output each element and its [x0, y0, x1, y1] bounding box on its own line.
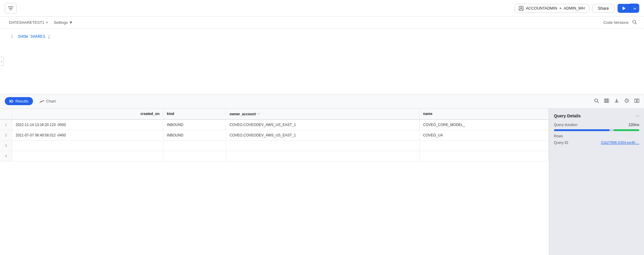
svg-rect-14: [635, 99, 637, 102]
cell-created-on-1: 2022-11-14 13:16:20.123 -0500: [12, 119, 163, 130]
cell-name-2: COVEO_UA: [419, 130, 549, 141]
bar-blue: [554, 129, 610, 131]
search-icon: [594, 98, 599, 103]
results-table: created_on kind owner_account ··· name 1…: [0, 108, 549, 161]
code-content[interactable]: SHOW SHARES ;: [18, 33, 644, 89]
editor-search-button[interactable]: [632, 20, 637, 26]
results-table-container: created_on kind owner_account ··· name 1…: [0, 108, 549, 255]
results-icon: [10, 99, 14, 103]
cell-owner-4: [226, 151, 420, 161]
clock-icon: [624, 98, 629, 103]
col-header-created-on[interactable]: created_on: [12, 108, 163, 119]
chart-tab-button[interactable]: Chart: [37, 97, 59, 105]
svg-point-4: [520, 7, 522, 8]
cell-kind-1: INBOUND: [163, 119, 226, 130]
download-button[interactable]: [614, 98, 619, 104]
panel-header: Query Details ···: [554, 113, 639, 119]
warehouse-name: ADMIN_WH: [564, 6, 585, 10]
code-line-1: SHOW SHARES ;: [18, 33, 644, 40]
table-row: 3: [0, 141, 549, 151]
settings-button[interactable]: Settings ▼: [51, 19, 75, 26]
account-name: ACCOUNTADMIN: [526, 6, 557, 10]
header-right: ACCOUNTADMIN ADMIN_WH Share: [514, 4, 639, 13]
owner-account-menu-icon[interactable]: ···: [257, 111, 260, 116]
cell-name-3: [419, 141, 549, 151]
cell-owner-2: COVEO.COVEODEV_AWS_US_EAST_1: [226, 130, 420, 141]
bar-track: [554, 129, 639, 131]
split-button[interactable]: [634, 98, 639, 104]
history-button[interactable]: [624, 98, 629, 104]
top-header: ACCOUNTADMIN ADMIN_WH Share: [0, 0, 644, 17]
search-results-button[interactable]: [594, 98, 599, 104]
results-bar-right: [594, 98, 639, 104]
main-content: DATESHARETEST1 ▼ Settings ▼ Code Version…: [0, 17, 644, 255]
bar-green: [614, 129, 639, 131]
cell-kind-4: [163, 151, 226, 161]
duration-row: Query duration 220ms: [554, 123, 639, 127]
code-editor: › 1 SHOW SHARES ;: [0, 29, 644, 94]
cell-owner-3: [226, 141, 420, 151]
play-icon: [622, 6, 626, 10]
chart-tab-label: Chart: [46, 99, 56, 103]
cell-created-on-3: [12, 141, 163, 151]
run-button[interactable]: [618, 4, 630, 13]
chart-icon: [40, 99, 44, 103]
row-num-2: 2: [0, 130, 12, 141]
rows-row: Rows: [554, 134, 639, 138]
results-bar-left: Results Chart: [5, 97, 59, 105]
svg-rect-12: [607, 99, 609, 102]
separator-dot: [560, 7, 561, 9]
run-dropdown-button[interactable]: [630, 4, 639, 13]
table-header-row: created_on kind owner_account ··· name: [0, 108, 549, 119]
filter-button[interactable]: [5, 3, 17, 14]
cell-kind-3: [163, 141, 226, 151]
tab-chevron-icon: ▼: [45, 21, 48, 24]
keyword-show: SHOW: [18, 34, 28, 39]
settings-chevron-icon: ▼: [69, 20, 73, 25]
account-info: ACCOUNTADMIN ADMIN_WH: [514, 4, 589, 13]
semicolon: ;: [48, 34, 50, 39]
table-row: 1 2022-11-14 13:16:20.123 -0500 INBOUND …: [0, 119, 549, 130]
person-icon: [519, 6, 524, 11]
col-header-num: [0, 108, 12, 119]
svg-marker-5: [623, 7, 626, 10]
settings-label: Settings: [54, 20, 68, 25]
svg-rect-15: [637, 99, 639, 102]
col-header-owner-account[interactable]: owner_account ···: [226, 108, 420, 119]
rows-label: Rows: [554, 134, 563, 138]
svg-line-9: [597, 102, 599, 103]
split-icon: [634, 98, 639, 103]
data-area: created_on kind owner_account ··· name 1…: [0, 108, 644, 255]
keyword-shares: SHARES: [30, 34, 45, 39]
col-header-name[interactable]: name: [419, 108, 549, 119]
columns-button[interactable]: [604, 98, 609, 104]
editor-toolbar: DATESHARETEST1 ▼ Settings ▼ Code Version…: [0, 17, 644, 29]
cell-name-1: COVEO_CORE_MODEL_: [419, 119, 549, 130]
code-versions-button[interactable]: Code Versions: [603, 20, 629, 25]
cell-kind-2: INBOUND: [163, 130, 226, 141]
share-button[interactable]: Share: [592, 4, 615, 13]
duration-bar: [554, 129, 639, 131]
run-button-group: [618, 4, 639, 13]
query-id-value[interactable]: 01b27696-0304-ee40-...: [601, 141, 639, 145]
table-row: 4: [0, 151, 549, 161]
sidebar-toggle-button[interactable]: ›: [0, 57, 4, 66]
download-icon: [614, 98, 619, 103]
results-tab-label: Results: [15, 99, 28, 103]
cell-created-on-2: 2021-07-07 06:49:58.012 -0400: [12, 130, 163, 141]
results-tab-button[interactable]: Results: [5, 97, 33, 105]
tab-name-button[interactable]: DATESHARETEST1 ▼: [7, 19, 50, 26]
duration-label: Query duration: [554, 123, 577, 127]
panel-menu-button[interactable]: ···: [635, 113, 639, 119]
chevron-down-icon: [633, 8, 636, 10]
duration-value: 220ms: [629, 123, 639, 127]
cell-name-4: [419, 151, 549, 161]
query-id-row: Query ID 01b27696-0304-ee40-...: [554, 141, 639, 145]
svg-line-7: [635, 23, 637, 24]
editor-toolbar-right: Code Versions: [603, 20, 637, 26]
row-num-4: 4: [0, 151, 12, 161]
col-header-kind[interactable]: kind: [163, 108, 226, 119]
svg-rect-11: [606, 99, 607, 102]
columns-icon: [604, 98, 609, 103]
query-id-label: Query ID: [554, 141, 568, 145]
